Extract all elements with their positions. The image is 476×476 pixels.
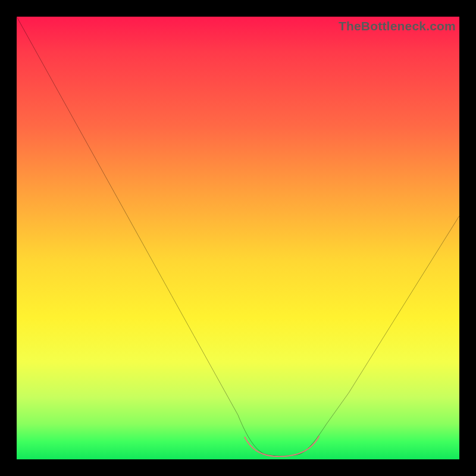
chart-frame: TheBottleneck.com — [0, 0, 476, 476]
bottleneck-curve — [17, 17, 459, 456]
minimum-band — [245, 436, 319, 456]
plot-area: TheBottleneck.com — [17, 17, 459, 459]
chart-svg — [17, 17, 459, 459]
